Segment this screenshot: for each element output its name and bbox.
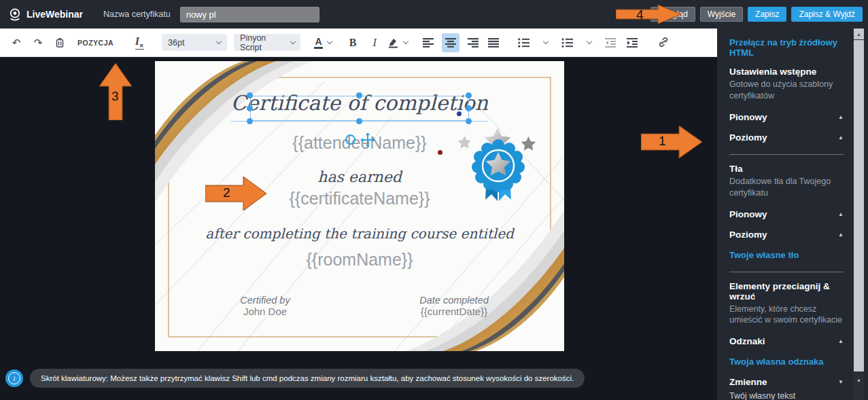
highlight-pen-icon — [387, 37, 399, 48]
selection-box[interactable] — [250, 96, 469, 121]
resize-handle-mid-left[interactable] — [247, 105, 253, 111]
font-size-select[interactable]: 36pt — [162, 34, 227, 51]
info-icon[interactable]: i — [5, 369, 23, 387]
date-completed-label: Date completed — [400, 295, 508, 306]
info-glyph: i — [8, 372, 20, 384]
certificate-name-input[interactable] — [180, 7, 319, 22]
resize-handle-top-left[interactable] — [247, 92, 253, 98]
annotation-number: 2 — [223, 185, 230, 200]
save-and-exit-button[interactable]: Zapisz & Wyjdź — [791, 7, 863, 22]
bullet-list-menu-button[interactable] — [537, 33, 555, 52]
room-name-variable[interactable]: {{roomName}} — [155, 250, 564, 270]
variables-accordion[interactable]: Zmienne ▼ — [729, 377, 844, 387]
move-crosshair-icon[interactable] — [360, 132, 375, 147]
top-bar: LiveWebinar Nazwa certyfikatu Podgląd Wy… — [0, 0, 868, 29]
collapse-icon: ▲ — [838, 134, 844, 141]
collapse-icon: ▲ — [838, 211, 844, 217]
scroll-down-icon[interactable]: ▼ — [854, 375, 864, 386]
editor-canvas[interactable]: Certificate of completion {{attendeeName… — [0, 57, 717, 400]
resize-handle-mid-right[interactable] — [466, 105, 472, 111]
text-color-button[interactable]: A — [314, 33, 332, 52]
date-completed-block[interactable]: Date completed {{currentDate}} — [400, 295, 508, 317]
align-left-button[interactable] — [420, 33, 438, 52]
own-badge-link[interactable]: Twoja własna odznaka — [729, 357, 844, 367]
html-source-toggle-link[interactable]: Przełącz na tryb źródłowy HTML — [729, 37, 844, 58]
attendee-name-variable[interactable]: {{attendeeName}} — [155, 133, 564, 153]
accordion-label: Odznaki — [729, 336, 765, 346]
justify-button[interactable] — [485, 33, 503, 52]
rotate-handle[interactable] — [345, 134, 355, 145]
accordion-label: Zmienne — [729, 377, 767, 387]
after-completing-text[interactable]: after completing the training course ent… — [155, 225, 564, 242]
resize-handle-bottom-right[interactable] — [466, 118, 472, 124]
cursor-dot — [457, 111, 462, 116]
chevron-down-icon — [327, 39, 332, 44]
collapse-icon: ▲ — [838, 114, 844, 120]
trash-icon — [54, 37, 65, 48]
annotation-number: 3 — [111, 89, 119, 104]
numbered-list-button[interactable] — [559, 33, 576, 52]
numbered-list-icon — [561, 38, 574, 48]
font-family-select[interactable]: Pinyon Script — [234, 34, 300, 51]
right-sidebar: Przełącz na tryb źródłowy HTML Ustawieni… — [717, 29, 868, 400]
backgrounds-section-desc: Dodatkowe tła dla Twojego certyfikatu — [729, 176, 844, 199]
outdent-button[interactable] — [602, 33, 620, 52]
scroll-up-icon[interactable]: ▲ — [854, 29, 864, 39]
delete-button[interactable] — [51, 33, 69, 52]
sidebar-divider — [729, 154, 844, 155]
right-arrow-icon — [616, 5, 681, 24]
insert-link-button[interactable] — [654, 33, 672, 52]
highlight-color-button[interactable] — [387, 33, 408, 52]
annotation-number: 4 — [636, 7, 644, 22]
bullet-list-button[interactable] — [515, 33, 533, 52]
align-right-icon — [466, 38, 479, 48]
undo-button[interactable]: ↶ — [7, 33, 25, 52]
clear-formatting-button[interactable]: I✕ — [131, 33, 148, 52]
bold-button[interactable]: B — [344, 33, 362, 52]
certifier-name: John Doe — [211, 306, 319, 317]
accordion-label: Poziomy — [729, 230, 767, 240]
bullet-list-icon — [518, 38, 530, 48]
redo-button[interactable]: ↷ — [29, 33, 47, 52]
variable-item-own-text[interactable]: Twój własny tekst — [729, 390, 844, 400]
align-right-button[interactable] — [464, 33, 481, 52]
certified-by-block[interactable]: Certified by John Doe — [211, 295, 319, 317]
presets-vertical-accordion[interactable]: Pionowy ▲ — [729, 112, 844, 122]
status-bar: i Skrót klawiaturowy: Możesz także przyt… — [5, 369, 585, 388]
chevron-down-icon — [543, 39, 549, 44]
certified-by-label: Certified by — [211, 295, 319, 306]
numbered-list-menu-button[interactable] — [580, 33, 598, 52]
badges-accordion[interactable]: Odznaki ▲ — [729, 336, 844, 346]
resize-handle-bottom-left[interactable] — [247, 118, 253, 124]
backgrounds-horizontal-accordion[interactable]: Poziomy ▲ — [729, 230, 844, 240]
align-center-button[interactable] — [442, 33, 459, 52]
font-size-value: 36pt — [168, 38, 184, 48]
brand-name: LiveWebinar — [27, 9, 83, 20]
app-logo: LiveWebinar — [8, 7, 83, 21]
exit-button[interactable]: Wyjście — [700, 7, 743, 22]
sidebar-scrollbar[interactable]: ▲ ▼ — [854, 29, 864, 400]
resize-handle-top-right[interactable] — [466, 92, 472, 98]
save-button[interactable]: Zapisz — [748, 7, 786, 22]
right-arrow-icon — [205, 177, 266, 211]
resize-handle-bottom-center[interactable] — [356, 118, 362, 124]
annotation-arrow-4: 4 — [616, 5, 681, 24]
indent-button[interactable] — [624, 33, 642, 52]
collapse-icon: ▲ — [838, 232, 844, 238]
own-background-link[interactable]: Twoje własne tło — [729, 250, 844, 260]
scrollbar-thumb[interactable] — [854, 40, 864, 371]
italic-button[interactable]: I — [366, 33, 383, 52]
backgrounds-vertical-accordion[interactable]: Pionowy ▲ — [729, 209, 844, 219]
position-button[interactable]: POZYCJA — [77, 39, 114, 47]
accordion-label: Pionowy — [729, 209, 767, 219]
accordion-label: Poziomy — [729, 132, 767, 143]
redo-icon: ↷ — [34, 37, 43, 49]
annotation-arrow-2: 2 — [205, 177, 266, 211]
presets-horizontal-accordion[interactable]: Poziomy ▲ — [729, 132, 844, 143]
variables-list: Twój własny tekst {{certificateName}} {{… — [729, 390, 844, 400]
chevron-down-icon — [403, 39, 409, 44]
resize-handle-top-center[interactable] — [356, 92, 362, 98]
outdent-icon — [605, 38, 617, 48]
marker-dot — [438, 150, 442, 155]
backgrounds-section-title: Tła — [729, 164, 844, 174]
